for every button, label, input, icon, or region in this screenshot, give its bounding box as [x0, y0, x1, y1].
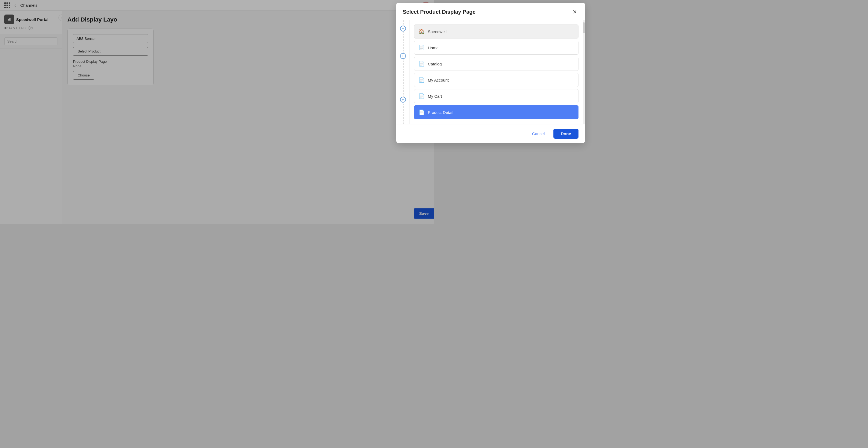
- page-name-product-detail: Product Detail: [428, 110, 434, 115]
- modal-overlay: [0, 0, 434, 224]
- page-icon-catalog: 📄: [418, 61, 425, 67]
- select-product-display-modal: Select Product Display Page ✕ − + + 🏠 Sp…: [396, 3, 434, 143]
- modal-title: Select Product Display Page: [403, 9, 434, 15]
- tree-plus-button-1[interactable]: +: [400, 53, 406, 59]
- tree-minus-button[interactable]: −: [400, 26, 406, 32]
- page-list: 🏠 Speedwell 📄 Home 📄 Catalog 📄 My Accoun…: [410, 20, 434, 124]
- modal-header: Select Product Display Page ✕: [396, 3, 434, 20]
- page-item-my-cart[interactable]: 📄 My Cart: [414, 89, 434, 103]
- page-item-home[interactable]: 📄 Home: [414, 41, 434, 55]
- page-name-my-cart: My Cart: [428, 94, 434, 99]
- page-icon-product-detail: 📄: [418, 109, 425, 115]
- page-item-speedwell[interactable]: 🏠 Speedwell: [414, 25, 434, 38]
- page-item-catalog[interactable]: 📄 Catalog: [414, 57, 434, 71]
- page-name-my-account: My Account: [428, 78, 434, 82]
- tree-sidebar: − + +: [396, 20, 410, 124]
- modal-footer: Cancel Done: [396, 124, 434, 143]
- home-icon: 🏠: [418, 29, 425, 34]
- page-icon-my-account: 📄: [418, 77, 425, 83]
- page-name-speedwell: Speedwell: [428, 29, 434, 34]
- page-name-catalog: Catalog: [428, 62, 434, 66]
- page-item-my-account[interactable]: 📄 My Account: [414, 73, 434, 87]
- modal-body: − + + 🏠 Speedwell 📄 Home 📄 Catalog: [396, 20, 434, 124]
- tree-line: [403, 20, 404, 124]
- page-icon-home: 📄: [418, 45, 425, 50]
- page-item-product-detail[interactable]: 📄 Product Detail: [414, 105, 434, 119]
- page-name-home: Home: [428, 45, 434, 50]
- tree-plus-button-2[interactable]: +: [400, 97, 406, 103]
- page-icon-my-cart: 📄: [418, 93, 425, 99]
